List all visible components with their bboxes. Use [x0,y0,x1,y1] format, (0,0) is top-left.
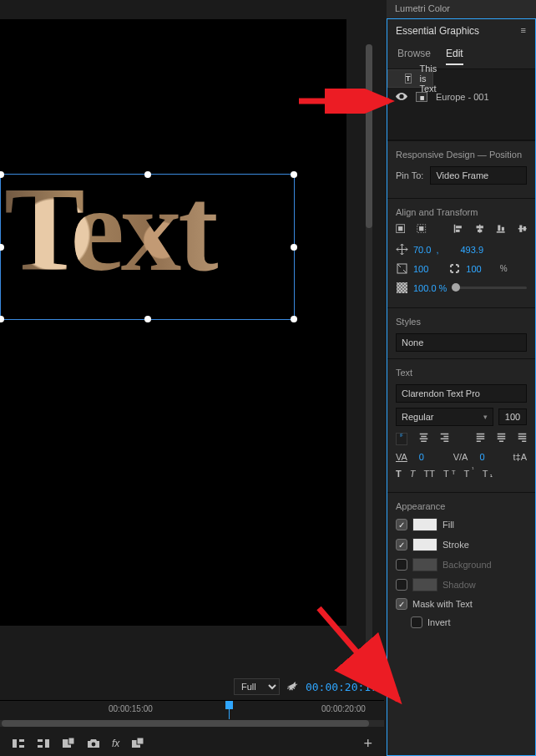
eg-tabs: Browse Edit [387,43,535,65]
right-panel: Lumetri Color Essential Graphics ≡ Brows… [387,0,536,756]
layer-row[interactable]: T This is Text [387,69,433,88]
tracking-icon[interactable]: VA [396,452,407,462]
scale-icon[interactable] [396,262,408,275]
opacity-icon[interactable] [396,282,408,294]
current-timecode[interactable]: 00:00:20:17 [306,681,377,693]
position-x[interactable]: 70.0 [413,245,431,255]
section-title: Styles [396,317,527,327]
camera-icon[interactable] [87,738,100,749]
ruler-horizontal-scrollbar[interactable] [0,720,384,727]
layer-row[interactable]: ▮▮ Europe - 001 [387,88,535,106]
mask-with-text-checkbox[interactable] [396,598,407,610]
allcaps-icon[interactable]: TT [423,469,434,479]
align-hcenter-icon[interactable] [475,224,484,236]
style-dropdown[interactable]: None [396,333,527,352]
zoom-select[interactable]: Full [234,678,280,695]
text-clip-selection[interactable]: Text [0,174,295,320]
lumetri-color-tab[interactable]: Lumetri Color [387,0,536,18]
font-weight-dropdown[interactable]: Regular▾ [396,408,493,426]
comparison-view-icon[interactable] [131,738,144,749]
font-family-dropdown[interactable]: Clarendon Text Pro [396,384,527,403]
svg-rect-10 [456,226,462,228]
align-rect1-icon[interactable] [396,224,405,236]
export-frame-icon[interactable] [62,738,75,749]
background-swatch[interactable] [412,558,437,571]
faux-italic-icon[interactable]: T [410,469,416,479]
visibility-eye-icon[interactable] [396,93,407,101]
svg-rect-20 [523,226,525,231]
align-left-icon[interactable] [453,224,463,236]
settings-icon[interactable] [286,681,299,693]
mark-in-icon[interactable] [12,738,25,749]
faux-bold-icon[interactable]: T [396,469,402,479]
link-icon[interactable] [448,262,461,275]
scale-w[interactable]: 100 [413,264,428,274]
smallcaps-icon[interactable]: TT [443,469,456,479]
position-icon[interactable] [396,243,408,256]
scroll-thumb[interactable] [366,44,372,228]
align-bottom-icon[interactable] [496,224,505,236]
section-title: Align and Transform [396,207,527,217]
text-justify-center-icon[interactable] [497,433,506,445]
program-monitor[interactable]: Text [0,19,346,626]
playhead[interactable] [225,701,233,718]
add-button-icon[interactable]: + [363,735,372,753]
kerning-value[interactable]: 0 [479,452,484,462]
background-checkbox[interactable] [396,559,407,571]
svg-rect-25 [397,282,407,293]
invert-checkbox[interactable] [411,616,422,628]
opacity-value[interactable]: 100.0 % [413,283,447,293]
svg-rect-9 [454,225,456,233]
pin-to-value: Video Frame [436,170,488,180]
shadow-checkbox[interactable] [396,579,407,591]
fx-icon[interactable]: fx [112,738,119,749]
time-ruler[interactable]: 00:00:15:00 00:00:20:00 [0,700,384,718]
text-justify-left-icon[interactable] [476,433,485,445]
scroll-thumb[interactable] [2,720,369,727]
ruler-tick: 00:00:15:00 [109,704,153,713]
appearance-section: Appearance Fill Stroke Background Shadow… [387,492,535,642]
opacity-slider[interactable] [452,287,527,289]
fill-swatch[interactable] [412,518,437,531]
handle-mid-right[interactable] [291,244,297,251]
text-align-left-icon[interactable] [396,433,407,445]
handle-bottom-right[interactable] [291,316,297,322]
handle-bottom-center[interactable] [144,316,151,322]
shadow-swatch[interactable] [412,578,437,591]
mark-out-icon[interactable] [37,738,50,749]
handle-bottom-left[interactable] [0,316,4,322]
text-align-right-icon[interactable] [440,433,449,445]
tab-browse[interactable]: Browse [397,48,431,65]
panel-menu-icon[interactable]: ≡ [521,25,527,35]
pin-to-dropdown[interactable]: Video Frame [430,166,527,185]
scale-h[interactable]: 100 [466,264,481,274]
leading-icon[interactable]: t‡A [513,452,527,462]
superscript-icon[interactable]: T¹ [464,469,474,479]
svg-rect-4 [137,738,144,744]
tab-edit[interactable]: Edit [446,48,463,65]
monitor-vertical-scrollbar[interactable] [366,44,372,654]
stroke-checkbox[interactable] [396,539,407,551]
handle-top-center[interactable] [144,171,151,178]
align-rect2-icon[interactable] [417,224,426,236]
clip-text: Text [1,175,294,284]
fill-checkbox[interactable] [396,519,407,530]
svg-rect-13 [476,226,483,228]
pin-to-label: Pin To: [396,170,423,180]
layer-name: Europe - 001 [436,92,489,102]
kerning-icon[interactable]: V/A [453,452,468,462]
align-vcenter-icon[interactable] [518,224,527,236]
stroke-swatch[interactable] [412,538,437,551]
handle-top-right[interactable] [291,171,297,178]
text-justify-right-icon[interactable] [518,433,527,445]
clip-layer-icon: ▮▮ [416,92,427,102]
font-size-input[interactable] [498,408,527,425]
position-y[interactable]: 493.9 [460,245,483,255]
subscript-icon[interactable]: T₁ [483,469,493,479]
tracking-value[interactable]: 0 [419,452,424,462]
text-align-center-icon[interactable] [419,433,428,445]
monitor-toolbar: fx + [0,731,384,756]
styles-section: Styles None [387,307,535,358]
svg-rect-8 [419,226,423,231]
scale-pct: % [500,264,508,273]
